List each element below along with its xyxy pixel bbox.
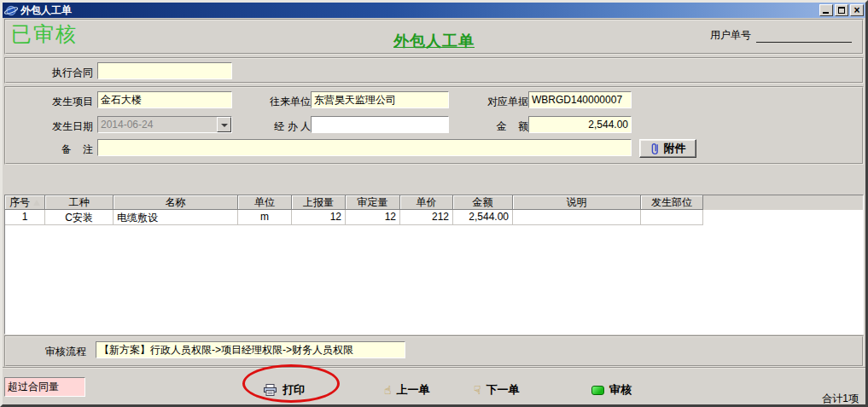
flow-label: 审核流程 <box>45 345 95 359</box>
warning-box <box>4 377 85 397</box>
cell-note <box>513 210 641 225</box>
date-value: 2014-06-24 <box>98 117 217 132</box>
handler-label: 经 办 人 <box>259 119 311 134</box>
maximize-button[interactable] <box>835 4 848 16</box>
amount-input[interactable] <box>528 116 632 133</box>
close-button[interactable]: × <box>850 4 864 16</box>
titlebar: 外包人工单 × <box>3 3 865 18</box>
grid-header-row: 序号 工种 名称 单位 上报量 审定量 单价 金额 说明 发生部位 <box>5 195 863 210</box>
date-label: 发生日期 <box>42 119 93 134</box>
amount-label: 金 额 <box>477 119 528 134</box>
cell-worktype: C安装 <box>45 210 114 225</box>
col-header-name[interactable]: 名称 <box>114 195 238 210</box>
counterpart-label: 往来单位 <box>259 95 311 109</box>
col-header-worktype[interactable]: 工种 <box>45 195 114 210</box>
audit-button-label: 审核 <box>609 382 632 398</box>
previous-order-label: 上一单 <box>397 382 430 398</box>
window-title: 外包人工单 <box>20 3 72 17</box>
user-order-no-blank <box>756 30 852 43</box>
col-header-approved-qty[interactable]: 审定量 <box>346 195 400 210</box>
cell-unit: m <box>238 210 292 225</box>
counterpart-input[interactable] <box>311 91 449 108</box>
next-order-label: 下一单 <box>486 382 520 398</box>
table-row[interactable]: 1 C安装 电缆敷设 m 12 12 212 2,544.00 <box>5 210 863 225</box>
handler-input[interactable] <box>311 116 449 133</box>
cell-seq: 1 <box>5 210 45 225</box>
contract-label: 执行合同 <box>42 66 93 80</box>
col-header-unit-price[interactable]: 单价 <box>400 195 453 210</box>
total-count-label: 合计1项 <box>822 392 859 406</box>
print-button[interactable]: 打印 <box>263 382 305 398</box>
cell-reported-qty: 12 <box>292 210 346 225</box>
ref-doc-input[interactable] <box>528 91 632 108</box>
detail-grid: 序号 工种 名称 单位 上报量 审定量 单价 金额 说明 发生部位 1 C安装 … <box>4 195 864 334</box>
user-order-no-label: 用户单号 <box>710 28 751 43</box>
sort-ascending-icon <box>33 200 40 206</box>
flow-input[interactable] <box>96 341 405 358</box>
close-icon: × <box>851 4 863 16</box>
window-controls: × <box>819 4 864 16</box>
cell-name: 电缆敷设 <box>114 210 238 225</box>
printer-icon <box>263 383 277 397</box>
col-header-amount[interactable]: 金额 <box>453 195 513 210</box>
remark-label: 备 注 <box>42 142 93 157</box>
cell-approved-qty: 12 <box>346 210 400 225</box>
contract-panel: 执行合同 <box>4 57 864 84</box>
minimize-icon <box>823 12 829 14</box>
ref-doc-label: 对应单据 <box>477 95 528 109</box>
audit-status-icon <box>591 386 604 395</box>
previous-order-button[interactable]: ☝ 上一单 <box>384 382 430 398</box>
contract-input[interactable] <box>97 62 232 79</box>
date-combobox[interactable]: 2014-06-24 <box>97 116 232 133</box>
attachment-button[interactable]: 附件 <box>639 139 696 158</box>
audit-button[interactable]: 审核 <box>591 382 632 398</box>
date-dropdown-button[interactable] <box>217 117 231 132</box>
project-input[interactable] <box>97 91 232 108</box>
approval-flow-panel: 审核流程 <box>4 335 864 367</box>
col-header-reported-qty[interactable]: 上报量 <box>292 195 346 210</box>
minimize-button[interactable] <box>819 4 833 16</box>
col-header-location[interactable]: 发生部位 <box>641 195 703 210</box>
col-header-seq-label: 序号 <box>9 195 30 210</box>
fields-panel: 发生项目 往来单位 对应单据 发生日期 2014-06-24 经 办 人 金 额… <box>4 86 864 165</box>
col-header-seq[interactable]: 序号 <box>5 195 45 210</box>
attachment-button-label: 附件 <box>664 141 686 156</box>
user-order-no: 用户单号 <box>710 28 852 43</box>
hand-up-icon: ☝ <box>384 384 392 396</box>
project-label: 发生项目 <box>42 95 93 109</box>
bottom-toolbar: 打印 ☝ 上一单 ☟ 下一单 审核 合计1项 <box>3 367 865 404</box>
app-icon <box>4 4 18 17</box>
maximize-icon <box>838 7 845 14</box>
paperclip-icon <box>650 142 660 155</box>
col-header-unit[interactable]: 单位 <box>238 195 292 210</box>
remark-input[interactable] <box>97 139 632 156</box>
cell-amount: 2,544.00 <box>453 210 513 225</box>
app-window: 外包人工单 × 已审核 外包人工单 用户单号 执行合同 发生项目 往来单位 对应… <box>0 0 868 407</box>
next-order-button[interactable]: ☟ 下一单 <box>474 382 520 398</box>
cell-location <box>641 210 703 225</box>
hand-down-icon: ☟ <box>474 384 481 396</box>
print-button-label: 打印 <box>283 382 305 398</box>
chevron-down-icon <box>221 124 228 127</box>
cell-unit-price: 212 <box>400 210 453 225</box>
col-header-note[interactable]: 说明 <box>513 195 641 210</box>
header-panel: 已审核 外包人工单 用户单号 <box>4 19 864 55</box>
